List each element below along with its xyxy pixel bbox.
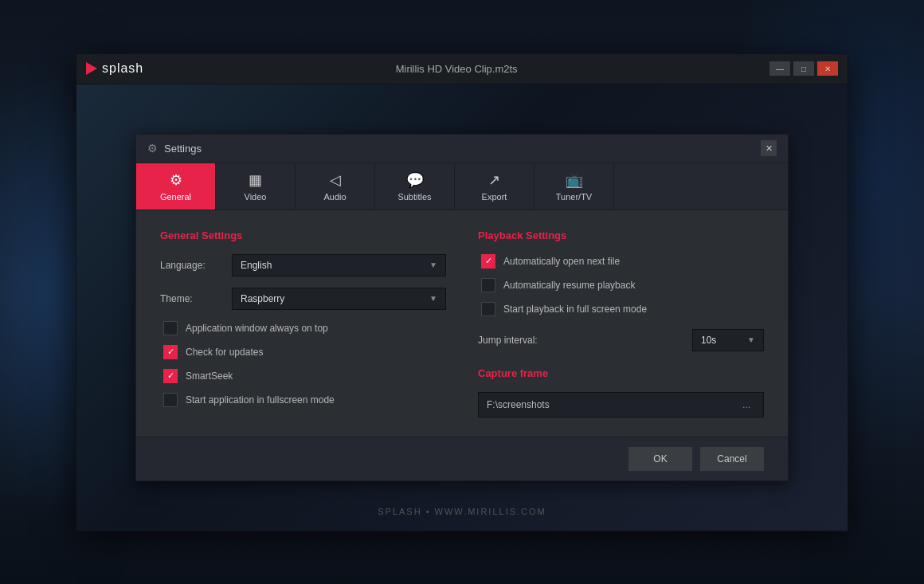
general-settings-title: General Settings — [160, 229, 446, 241]
export-tab-icon: ↗ — [488, 171, 500, 189]
language-dropdown[interactable]: English ▼ — [232, 254, 446, 276]
auto-open-next-checkbox[interactable] — [481, 254, 495, 268]
smart-seek-checkbox[interactable] — [163, 369, 178, 383]
browse-button[interactable]: ... — [738, 398, 755, 412]
capture-frame-section: Capture frame F:\screenshots ... — [478, 367, 764, 417]
theme-label: Theme: — [160, 293, 224, 304]
dialog-footer: OK Cancel — [136, 437, 788, 480]
tuner-tab-icon: 📺 — [566, 171, 583, 189]
tab-bar: ⚙ General ▦ Video ◁ Audio 💬 Subtitles ↗ — [136, 163, 788, 210]
ok-button[interactable]: OK — [628, 447, 692, 471]
jump-interval-dropdown[interactable]: 10s ▼ — [692, 329, 764, 351]
audio-tab-icon: ◁ — [330, 171, 341, 189]
always-on-top-row: Application window always on top — [163, 321, 446, 335]
auto-open-next-label: Automatically open next file — [503, 256, 620, 267]
dialog-title-bar: ⚙ Settings ✕ — [136, 135, 788, 163]
check-updates-checkbox[interactable] — [163, 345, 178, 359]
always-on-top-checkbox[interactable] — [163, 321, 178, 335]
maximize-button[interactable]: □ — [793, 61, 814, 76]
capture-frame-title: Capture frame — [478, 367, 764, 379]
check-updates-row: Check for updates — [163, 345, 446, 359]
capture-path: F:\screenshots — [487, 399, 730, 410]
theme-dropdown[interactable]: Raspberry ▼ — [232, 288, 446, 310]
general-tab-icon: ⚙ — [170, 171, 182, 189]
tab-tuner-label: Tuner/TV — [556, 192, 592, 202]
logo-triangle-icon — [86, 62, 97, 75]
logo-text: splash — [102, 61, 143, 76]
minimize-button[interactable]: — — [769, 61, 790, 76]
dialog-title: Settings — [164, 143, 202, 155]
start-fullscreen-label: Start playback in full screen mode — [503, 304, 647, 315]
language-value: English — [241, 260, 272, 271]
start-fullscreen-checkbox[interactable] — [481, 302, 495, 316]
smart-seek-row: SmartSeek — [163, 369, 446, 383]
logo-area: splash — [86, 61, 143, 76]
smart-seek-label: SmartSeek — [186, 370, 233, 382]
fullscreen-start-checkbox[interactable] — [163, 393, 178, 407]
tab-audio[interactable]: ◁ Audio — [296, 163, 375, 210]
dialog-body: General Settings Language: English ▼ The… — [136, 210, 788, 437]
auto-resume-label: Automatically resume playback — [503, 280, 635, 291]
app-footer: SPLASH • WWW.MIRILLIS.COM — [378, 507, 546, 516]
fullscreen-start-label: Start application in fullscreen mode — [186, 394, 335, 406]
theme-row: Theme: Raspberry ▼ — [160, 288, 446, 310]
tab-tuner[interactable]: 📺 Tuner/TV — [534, 163, 614, 210]
settings-dialog: ⚙ Settings ✕ ⚙ General ▦ Video ◁ Audio — [135, 134, 789, 481]
tab-general-label: General — [160, 192, 191, 202]
video-tab-icon: ▦ — [249, 171, 262, 189]
tab-subtitles[interactable]: 💬 Subtitles — [375, 163, 455, 210]
window-controls: — □ ✕ — [769, 61, 838, 76]
settings-gear-icon: ⚙ — [147, 142, 158, 155]
playback-settings-panel: Playback Settings Automatically open nex… — [478, 229, 764, 417]
check-updates-label: Check for updates — [186, 347, 263, 358]
tab-subtitles-label: Subtitles — [397, 192, 431, 202]
tab-general[interactable]: ⚙ General — [136, 163, 216, 210]
capture-path-row: F:\screenshots ... — [478, 392, 764, 417]
dialog-close-button[interactable]: ✕ — [761, 140, 777, 156]
tab-audio-label: Audio — [323, 192, 346, 202]
jump-interval-value: 10s — [701, 335, 716, 346]
fullscreen-start-row: Start application in fullscreen mode — [163, 393, 446, 407]
language-row: Language: English ▼ — [160, 254, 446, 276]
cancel-button[interactable]: Cancel — [700, 447, 764, 471]
jump-interval-label: Jump interval: — [478, 335, 538, 346]
subtitles-tab-icon: 💬 — [406, 171, 424, 189]
language-label: Language: — [160, 260, 224, 271]
auto-resume-row: Automatically resume playback — [481, 278, 764, 292]
always-on-top-label: Application window always on top — [186, 323, 328, 334]
auto-open-next-row: Automatically open next file — [481, 254, 764, 268]
tab-export-label: Export — [482, 192, 507, 202]
tab-export[interactable]: ↗ Export — [455, 163, 534, 210]
jump-dropdown-arrow-icon: ▼ — [747, 335, 755, 344]
app-content: ⚙ Settings ✕ ⚙ General ▦ Video ◁ Audio — [76, 84, 848, 531]
language-dropdown-arrow-icon: ▼ — [429, 261, 437, 269]
window-title: Mirillis HD Video Clip.m2ts — [143, 63, 769, 75]
app-window: splash Mirillis HD Video Clip.m2ts — □ ✕… — [76, 53, 848, 531]
close-window-button[interactable]: ✕ — [817, 61, 838, 76]
auto-resume-checkbox[interactable] — [481, 278, 495, 292]
tab-video[interactable]: ▦ Video — [216, 163, 296, 210]
jump-interval-row: Jump interval: 10s ▼ — [478, 329, 764, 351]
tab-video-label: Video — [245, 192, 267, 202]
general-settings-panel: General Settings Language: English ▼ The… — [160, 229, 446, 417]
theme-dropdown-arrow-icon: ▼ — [429, 294, 437, 303]
playback-settings-title: Playback Settings — [478, 229, 764, 241]
title-bar: splash Mirillis HD Video Clip.m2ts — □ ✕ — [76, 54, 848, 84]
theme-value: Raspberry — [241, 293, 284, 304]
start-fullscreen-row: Start playback in full screen mode — [481, 302, 764, 316]
